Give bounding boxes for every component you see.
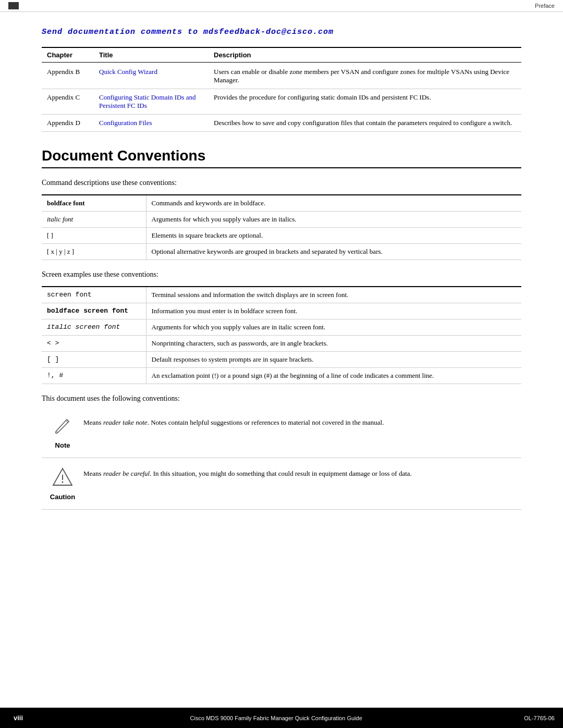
chapter-table-row: Appendix CConfiguring Static Domain IDs … bbox=[42, 89, 521, 115]
chapter-cell: Appendix C bbox=[42, 89, 94, 115]
note-icon-area: Note bbox=[42, 415, 83, 449]
send-doc-header: Send documentation comments to mdsfeedba… bbox=[42, 28, 521, 36]
screen-conv-table-row: boldface screen fontInformation you must… bbox=[42, 303, 521, 319]
conv-right-cell: Commands and keywords are in boldface. bbox=[146, 195, 521, 212]
title-cell[interactable]: Configuring Static Domain IDs and Persis… bbox=[94, 89, 209, 115]
chapter-cell: Appendix B bbox=[42, 63, 94, 89]
command-conventions-table: boldface fontCommands and keywords are i… bbox=[42, 194, 521, 260]
caution-icon-area: Caution bbox=[42, 466, 83, 501]
screen-conv-right-cell: An exclamation point (!) or a pound sign… bbox=[146, 368, 521, 384]
note-content: Means reader take note. Notes contain he… bbox=[83, 415, 521, 428]
svg-point-4 bbox=[62, 482, 64, 483]
footer-page-num: viii bbox=[8, 712, 28, 724]
chapter-table: Chapter Title Description Appendix BQuic… bbox=[42, 47, 521, 132]
caution-svg-icon bbox=[52, 466, 73, 487]
svg-line-1 bbox=[56, 431, 58, 433]
note-italic: reader take note bbox=[103, 418, 148, 426]
chapter-link[interactable]: Configuration Files bbox=[99, 119, 152, 127]
screen-conv-left-cell: [ ] bbox=[42, 352, 146, 368]
conv-left-cell: italic font bbox=[42, 212, 146, 228]
screen-conv-left-cell: screen font bbox=[42, 287, 146, 303]
screen-conv-table-row: italic screen fontArguments for which yo… bbox=[42, 319, 521, 336]
main-content: Send documentation comments to mdsfeedba… bbox=[0, 12, 563, 557]
desc-cell: Provides the procedure for configuring s… bbox=[209, 89, 521, 115]
screen-conv-left-cell: boldface screen font bbox=[42, 303, 146, 319]
note-icon bbox=[42, 415, 83, 440]
title-cell[interactable]: Configuration Files bbox=[94, 115, 209, 132]
screen-conv-right-cell: Arguments for which you supply values ar… bbox=[146, 319, 521, 336]
conv-table-row: [ ]Elements in square brackets are optio… bbox=[42, 228, 521, 244]
desc-cell: Users can enable or disable zone members… bbox=[209, 63, 521, 89]
desc-col-header: Description bbox=[209, 47, 521, 63]
doc-conventions-intro: This document uses the following convent… bbox=[42, 394, 521, 403]
footer-title: Cisco MDS 9000 Family Fabric Manager Qui… bbox=[39, 715, 513, 721]
caution-section: Caution Means reader be careful. In this… bbox=[42, 466, 521, 510]
screen-conv-table-row: [ ]Default responses to system prompts a… bbox=[42, 352, 521, 368]
screen-conv-left-cell: italic screen font bbox=[42, 319, 146, 336]
caution-content: Means reader be careful. In this situati… bbox=[83, 466, 521, 479]
screen-conv-right-cell: Information you must enter is in boldfac… bbox=[146, 303, 521, 319]
screen-conv-right-cell: Nonprinting characters, such as password… bbox=[146, 336, 521, 352]
footer: viii Cisco MDS 9000 Family Fabric Manage… bbox=[0, 708, 563, 728]
top-bar: Preface bbox=[0, 0, 563, 12]
chapter-table-row: Appendix BQuick Config WizardUsers can e… bbox=[42, 63, 521, 89]
screen-conv-table-row: screen fontTerminal sessions and informa… bbox=[42, 287, 521, 303]
conv-table-row: boldface fontCommands and keywords are i… bbox=[42, 195, 521, 212]
chapter-cell: Appendix D bbox=[42, 115, 94, 132]
note-svg-icon bbox=[52, 415, 73, 436]
title-col-header: Title bbox=[94, 47, 209, 63]
screen-conv-right-cell: Default responses to system prompts are … bbox=[146, 352, 521, 368]
caution-italic: reader be careful bbox=[103, 470, 150, 477]
conv-left-cell: boldface font bbox=[42, 195, 146, 212]
screen-conv-table-row: < >Nonprinting characters, such as passw… bbox=[42, 336, 521, 352]
screen-conv-right-cell: Terminal sessions and information the sw… bbox=[146, 287, 521, 303]
caution-label: Caution bbox=[42, 493, 83, 501]
conv-table-row: [ x | y | z ]Optional alternative keywor… bbox=[42, 244, 521, 260]
note-section: Note Means reader take note. Notes conta… bbox=[42, 415, 521, 458]
chapter-link[interactable]: Quick Config Wizard bbox=[99, 68, 157, 76]
footer-doc-num: OL-7765-06 bbox=[524, 715, 555, 721]
command-intro-text: Command descriptions use these conventio… bbox=[42, 179, 521, 187]
document-conventions-heading: Document Conventions bbox=[42, 147, 521, 168]
chapter-link[interactable]: Configuring Static Domain IDs and Persis… bbox=[99, 93, 196, 109]
note-label: Note bbox=[42, 441, 83, 449]
conv-table-row: italic fontArguments for which you suppl… bbox=[42, 212, 521, 228]
desc-cell: Describes how to save and copy configura… bbox=[209, 115, 521, 132]
title-cell[interactable]: Quick Config Wizard bbox=[94, 63, 209, 89]
chapter-table-row: Appendix DConfiguration FilesDescribes h… bbox=[42, 115, 521, 132]
caution-icon bbox=[42, 466, 83, 492]
screen-conv-left-cell: < > bbox=[42, 336, 146, 352]
screen-conv-table-row: !, #An exclamation point (!) or a pound … bbox=[42, 368, 521, 384]
black-square bbox=[8, 2, 19, 9]
conv-right-cell: Optional alternative keywords are groupe… bbox=[146, 244, 521, 260]
svg-line-0 bbox=[67, 419, 69, 422]
screen-conv-left-cell: !, # bbox=[42, 368, 146, 384]
conv-left-cell: [ x | y | z ] bbox=[42, 244, 146, 260]
screen-intro-text: Screen examples use these conventions: bbox=[42, 270, 521, 279]
conv-right-cell: Arguments for which you supply values ar… bbox=[146, 212, 521, 228]
conv-left-cell: [ ] bbox=[42, 228, 146, 244]
screen-conventions-table: screen fontTerminal sessions and informa… bbox=[42, 286, 521, 384]
conv-right-cell: Elements in square brackets are optional… bbox=[146, 228, 521, 244]
chapter-col-header: Chapter bbox=[42, 47, 94, 63]
preface-label: Preface bbox=[535, 3, 555, 9]
